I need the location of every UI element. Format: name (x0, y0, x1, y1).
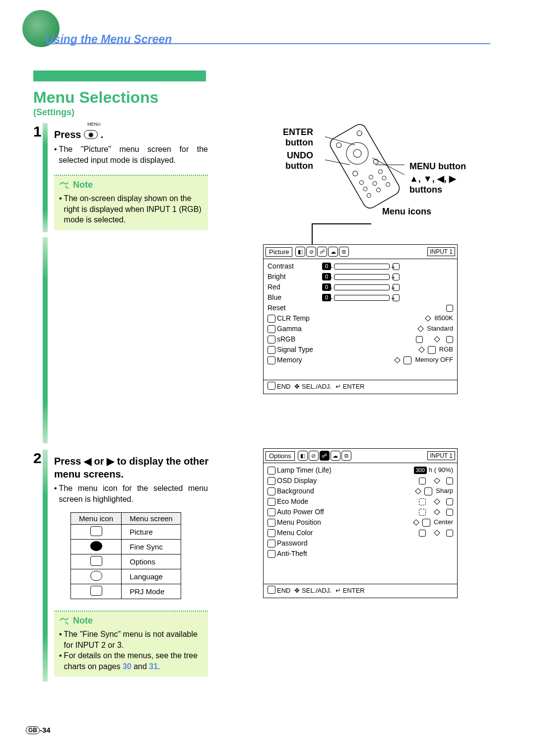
osd-menu-icons-row: ◧ ⊘ ☍ ☁ ⧉ (298, 451, 351, 461)
table-head: Menu icon (71, 513, 122, 525)
osd-row-label: Auto Power Off (277, 507, 332, 517)
note-label: Note (59, 180, 203, 190)
picture-icon: ◧ (295, 247, 305, 257)
svg-rect-0 (328, 124, 402, 208)
page-link[interactable]: 31 (149, 662, 158, 671)
osd-row-label: Password (277, 538, 332, 548)
step-gutter-bar (43, 123, 48, 232)
osd-row-label: Red (268, 282, 322, 292)
osd-tab: Picture (266, 247, 292, 257)
menu-button-icon: ◉ (84, 130, 98, 139)
osd-body: Lamp Timer (Life)300 h ( 90%) OSD Displa… (264, 463, 457, 561)
picture-icon: ◧ (298, 451, 308, 461)
step-1-body: •The "Picture" menu screen for the selec… (54, 144, 208, 165)
finesync-icon: ⊘ (306, 247, 316, 257)
note-icon (59, 616, 69, 625)
label-enter-button: ENTERbutton (283, 127, 313, 147)
gb-badge: GB (26, 726, 40, 734)
step-gutter-bar (43, 450, 48, 682)
step-1-heading-text: Press (54, 129, 81, 140)
note-box-2: Note •The "Fine Sync" menu is not availa… (54, 611, 208, 677)
table-head: Menu screen (122, 513, 181, 525)
leader-line (312, 223, 313, 245)
osd-row-label: Background (277, 486, 332, 496)
osd-row-label: Signal Type (277, 344, 332, 354)
options-icon: ☍ (317, 247, 327, 257)
remote-illustration (325, 124, 404, 208)
osd-row-label: Reset (268, 303, 322, 313)
osd-input-badge: INPUT 1 (427, 247, 455, 256)
step-1-heading: Press MENU ◉ . (54, 128, 103, 140)
osd-row-label: Bright (268, 272, 322, 281)
osd-row-label: OSD Display (277, 476, 332, 485)
picture-icon (90, 526, 102, 536)
osd-row-label: Memory (277, 355, 332, 365)
language-icon: ☁ (331, 451, 340, 461)
step-1-number: 1 (33, 123, 42, 140)
osd-row-label: Anti-Theft (277, 549, 332, 558)
osd-row-label: Blue (268, 292, 322, 302)
finesync-icon: ⊘ (309, 451, 319, 461)
page-number: GB-34 (26, 726, 51, 734)
step-2-heading: Press ◀ or ▶ to display the other menu s… (54, 455, 218, 481)
osd-row-label: Lamp Timer (Life) (277, 465, 351, 475)
table-cell: Language (122, 569, 181, 584)
note-box-1: Note •The on-screen display shown on the… (54, 175, 208, 230)
osd-row-label: Menu Position (277, 517, 332, 527)
page: Using the Menu Screen Menu Selections (S… (0, 0, 536, 756)
step-2-number: 2 (33, 450, 42, 467)
osd-row-label: CLR Temp (277, 313, 332, 323)
label-menu-button: MENU button (409, 161, 466, 172)
osd-footer: END ✥SEL./ADJ. ↵ENTER (264, 584, 457, 596)
options-icon (90, 556, 102, 566)
slider-icon (334, 295, 390, 301)
osd-tab: Options (266, 451, 295, 461)
finesync-icon (90, 541, 102, 551)
osd-header: Options ◧ ⊘ ☍ ☁ ⧉ INPUT 1 (264, 449, 457, 463)
note-1-text: The on-screen display shown on the right… (64, 193, 203, 225)
osd-header: Picture ◧ ⊘ ☍ ☁ ⧉ INPUT 1 (264, 245, 457, 259)
table-cell: Fine Sync (122, 540, 181, 554)
label-undo-button: UNDObutton (285, 150, 313, 171)
osd-options-menu: Options ◧ ⊘ ☍ ☁ ⧉ INPUT 1 Lamp Timer (Li… (263, 448, 458, 598)
label-arrow-buttons: ▲, ▼, ◀, ▶buttons (409, 174, 456, 195)
page-link[interactable]: 30 (123, 662, 132, 671)
osd-row-label: sRGB (277, 334, 332, 344)
note-2-text-2: For details on the menus, see the tree c… (64, 650, 203, 672)
header-rule (46, 43, 490, 44)
table-cell: Picture (122, 525, 181, 540)
osd-row-label: Eco Mode (277, 496, 332, 506)
osd-menu-icons-row: ◧ ⊘ ☍ ☁ ⧉ (295, 247, 349, 257)
options-icon: ☍ (320, 451, 330, 461)
osd-body: Contrast0 Bright0 Red0 Blue0 Reset CLR T… (264, 259, 457, 367)
period: . (101, 129, 104, 140)
prjmode-icon: ⧉ (339, 247, 349, 257)
menu-icon-table: Menu iconMenu screen Picture Fine Sync O… (70, 512, 181, 599)
osd-row-label: Contrast (268, 261, 322, 271)
note-2-text-1: The "Fine Sync" menu is not available fo… (64, 629, 203, 650)
step-2-body: •The menu icon for the selected menu scr… (54, 483, 208, 504)
language-icon (90, 571, 102, 581)
step-2-bullet: The menu icon for the selected menu scre… (59, 483, 208, 504)
osd-row-label: Menu Color (277, 528, 332, 538)
prjmode-icon: ⧉ (341, 451, 351, 461)
osd-footer: END ✥SEL./ADJ. ↵ENTER (264, 380, 457, 392)
menu-small-label: MENU (87, 122, 101, 127)
osd-input-badge: INPUT 1 (427, 451, 455, 460)
prjmode-icon (90, 586, 102, 596)
section-title: Menu Selections (33, 88, 159, 107)
table-cell: Options (122, 554, 181, 569)
step-1-bullet: The "Picture" menu screen for the select… (59, 144, 208, 165)
note-label: Note (59, 616, 203, 626)
osd-picture-menu: Picture ◧ ⊘ ☍ ☁ ⧉ INPUT 1 Contrast0 Brig… (263, 244, 458, 394)
slider-icon (334, 274, 390, 280)
section-subtitle: (Settings) (33, 107, 74, 118)
leader-line (312, 223, 371, 224)
step-gutter-bar (43, 237, 48, 443)
slider-icon (334, 284, 390, 290)
language-icon: ☁ (328, 247, 338, 257)
remote-diagram: ENTERbutton UNDObutton MENU button ▲, ▼,… (231, 124, 479, 213)
osd-row-label: Gamma (277, 324, 332, 334)
table-cell: PRJ Mode (122, 584, 181, 599)
note-icon (59, 180, 69, 189)
